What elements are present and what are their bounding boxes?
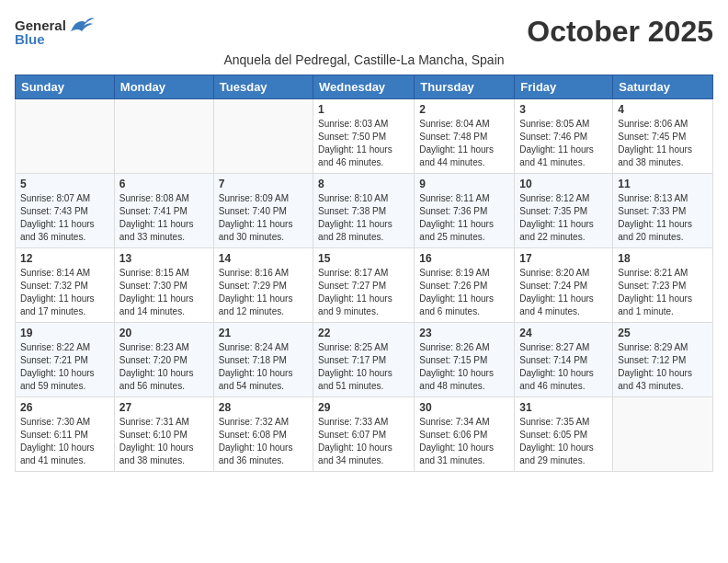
day-info: Sunrise: 8:25 AM Sunset: 7:17 PM Dayligh… bbox=[318, 341, 409, 393]
day-info: Sunrise: 8:04 AM Sunset: 7:48 PM Dayligh… bbox=[419, 118, 509, 169]
month-title: October 2025 bbox=[527, 15, 713, 49]
calendar-cell-2-2: 14Sunrise: 8:16 AM Sunset: 7:29 PM Dayli… bbox=[213, 248, 313, 323]
calendar-week-row-0: 1Sunrise: 8:03 AM Sunset: 7:50 PM Daylig… bbox=[16, 99, 713, 174]
col-sunday: Sunday bbox=[16, 75, 115, 99]
col-saturday: Saturday bbox=[613, 75, 713, 99]
day-info: Sunrise: 8:12 AM Sunset: 7:35 PM Dayligh… bbox=[519, 192, 608, 244]
day-info: Sunrise: 8:29 AM Sunset: 7:12 PM Dayligh… bbox=[618, 341, 708, 393]
logo-bird-icon bbox=[69, 15, 97, 35]
day-info: Sunrise: 8:14 AM Sunset: 7:32 PM Dayligh… bbox=[20, 267, 109, 318]
day-info: Sunrise: 8:16 AM Sunset: 7:29 PM Dayligh… bbox=[219, 267, 308, 318]
calendar-cell-3-1: 20Sunrise: 8:23 AM Sunset: 7:20 PM Dayli… bbox=[114, 323, 213, 397]
day-info: Sunrise: 7:33 AM Sunset: 6:07 PM Dayligh… bbox=[318, 416, 409, 467]
day-number: 26 bbox=[20, 401, 109, 414]
logo: General Blue bbox=[15, 15, 97, 47]
col-thursday: Thursday bbox=[415, 75, 515, 99]
calendar-cell-1-3: 8Sunrise: 8:10 AM Sunset: 7:38 PM Daylig… bbox=[313, 174, 415, 248]
day-number: 7 bbox=[219, 178, 308, 190]
day-number: 5 bbox=[20, 178, 109, 190]
day-info: Sunrise: 7:31 AM Sunset: 6:10 PM Dayligh… bbox=[119, 416, 209, 467]
calendar-week-row-4: 26Sunrise: 7:30 AM Sunset: 6:11 PM Dayli… bbox=[16, 397, 713, 472]
day-info: Sunrise: 8:17 AM Sunset: 7:27 PM Dayligh… bbox=[318, 267, 409, 318]
calendar-body: 1Sunrise: 8:03 AM Sunset: 7:50 PM Daylig… bbox=[16, 99, 713, 472]
day-info: Sunrise: 8:21 AM Sunset: 7:23 PM Dayligh… bbox=[618, 267, 708, 318]
calendar-cell-0-6: 4Sunrise: 8:06 AM Sunset: 7:45 PM Daylig… bbox=[613, 99, 713, 174]
day-number: 9 bbox=[419, 178, 509, 190]
day-number: 4 bbox=[618, 103, 708, 116]
day-number: 12 bbox=[20, 252, 109, 265]
day-number: 24 bbox=[519, 327, 608, 339]
day-number: 27 bbox=[119, 401, 209, 414]
day-number: 23 bbox=[419, 327, 509, 339]
calendar-cell-4-3: 29Sunrise: 7:33 AM Sunset: 6:07 PM Dayli… bbox=[313, 397, 415, 472]
day-info: Sunrise: 8:22 AM Sunset: 7:21 PM Dayligh… bbox=[20, 341, 109, 393]
day-number: 25 bbox=[618, 327, 708, 339]
day-info: Sunrise: 8:23 AM Sunset: 7:20 PM Dayligh… bbox=[119, 341, 209, 393]
logo-blue-text: Blue bbox=[15, 31, 45, 47]
page-container: General Blue October 2025 Anquela del Pe… bbox=[15, 15, 713, 472]
day-info: Sunrise: 8:24 AM Sunset: 7:18 PM Dayligh… bbox=[219, 341, 308, 393]
day-number: 13 bbox=[119, 252, 209, 265]
day-number: 1 bbox=[318, 103, 409, 116]
calendar-cell-2-0: 12Sunrise: 8:14 AM Sunset: 7:32 PM Dayli… bbox=[16, 248, 115, 323]
day-info: Sunrise: 8:15 AM Sunset: 7:30 PM Dayligh… bbox=[119, 267, 209, 318]
calendar-cell-3-3: 22Sunrise: 8:25 AM Sunset: 7:17 PM Dayli… bbox=[313, 323, 415, 397]
day-info: Sunrise: 8:09 AM Sunset: 7:40 PM Dayligh… bbox=[219, 192, 308, 244]
calendar-cell-3-4: 23Sunrise: 8:26 AM Sunset: 7:15 PM Dayli… bbox=[415, 323, 515, 397]
calendar-cell-1-6: 11Sunrise: 8:13 AM Sunset: 7:33 PM Dayli… bbox=[613, 174, 713, 248]
day-number: 14 bbox=[219, 252, 308, 265]
calendar-cell-1-0: 5Sunrise: 8:07 AM Sunset: 7:43 PM Daylig… bbox=[16, 174, 115, 248]
day-info: Sunrise: 7:35 AM Sunset: 6:05 PM Dayligh… bbox=[519, 416, 608, 467]
day-info: Sunrise: 8:11 AM Sunset: 7:36 PM Dayligh… bbox=[419, 192, 509, 244]
location-title: Anquela del Pedregal, Castille-La Mancha… bbox=[15, 52, 713, 67]
calendar-cell-4-0: 26Sunrise: 7:30 AM Sunset: 6:11 PM Dayli… bbox=[16, 397, 115, 472]
day-number: 11 bbox=[618, 178, 708, 190]
day-info: Sunrise: 8:07 AM Sunset: 7:43 PM Dayligh… bbox=[20, 192, 109, 244]
day-info: Sunrise: 8:03 AM Sunset: 7:50 PM Dayligh… bbox=[318, 118, 409, 169]
day-info: Sunrise: 8:05 AM Sunset: 7:46 PM Dayligh… bbox=[519, 118, 608, 169]
day-info: Sunrise: 7:34 AM Sunset: 6:06 PM Dayligh… bbox=[419, 416, 509, 467]
calendar-cell-2-6: 18Sunrise: 8:21 AM Sunset: 7:23 PM Dayli… bbox=[613, 248, 713, 323]
calendar-week-row-1: 5Sunrise: 8:07 AM Sunset: 7:43 PM Daylig… bbox=[16, 174, 713, 248]
day-info: Sunrise: 8:08 AM Sunset: 7:41 PM Dayligh… bbox=[119, 192, 209, 244]
calendar-cell-0-3: 1Sunrise: 8:03 AM Sunset: 7:50 PM Daylig… bbox=[313, 99, 415, 174]
day-number: 8 bbox=[318, 178, 409, 190]
calendar-cell-0-4: 2Sunrise: 8:04 AM Sunset: 7:48 PM Daylig… bbox=[415, 99, 515, 174]
calendar-header-row: Sunday Monday Tuesday Wednesday Thursday… bbox=[16, 75, 713, 99]
day-info: Sunrise: 7:32 AM Sunset: 6:08 PM Dayligh… bbox=[219, 416, 308, 467]
day-number: 19 bbox=[20, 327, 109, 339]
calendar-cell-4-5: 31Sunrise: 7:35 AM Sunset: 6:05 PM Dayli… bbox=[515, 397, 613, 472]
col-tuesday: Tuesday bbox=[213, 75, 313, 99]
calendar-table: Sunday Monday Tuesday Wednesday Thursday… bbox=[15, 75, 713, 472]
calendar-cell-2-5: 17Sunrise: 8:20 AM Sunset: 7:24 PM Dayli… bbox=[515, 248, 613, 323]
calendar-cell-1-2: 7Sunrise: 8:09 AM Sunset: 7:40 PM Daylig… bbox=[213, 174, 313, 248]
calendar-cell-0-1 bbox=[114, 99, 213, 174]
calendar-cell-0-0 bbox=[16, 99, 115, 174]
calendar-cell-4-6 bbox=[613, 397, 713, 472]
day-info: Sunrise: 8:19 AM Sunset: 7:26 PM Dayligh… bbox=[419, 267, 509, 318]
calendar-cell-0-2 bbox=[213, 99, 313, 174]
day-number: 31 bbox=[519, 401, 608, 414]
calendar-cell-1-5: 10Sunrise: 8:12 AM Sunset: 7:35 PM Dayli… bbox=[515, 174, 613, 248]
logo-general-text: General bbox=[15, 17, 66, 33]
calendar-cell-2-4: 16Sunrise: 8:19 AM Sunset: 7:26 PM Dayli… bbox=[415, 248, 515, 323]
calendar-cell-2-1: 13Sunrise: 8:15 AM Sunset: 7:30 PM Dayli… bbox=[114, 248, 213, 323]
day-number: 3 bbox=[519, 103, 608, 116]
calendar-cell-1-1: 6Sunrise: 8:08 AM Sunset: 7:41 PM Daylig… bbox=[114, 174, 213, 248]
day-number: 28 bbox=[219, 401, 308, 414]
day-number: 30 bbox=[419, 401, 509, 414]
day-number: 22 bbox=[318, 327, 409, 339]
day-number: 15 bbox=[318, 252, 409, 265]
day-info: Sunrise: 8:13 AM Sunset: 7:33 PM Dayligh… bbox=[618, 192, 708, 244]
col-friday: Friday bbox=[515, 75, 613, 99]
day-info: Sunrise: 8:27 AM Sunset: 7:14 PM Dayligh… bbox=[519, 341, 608, 393]
calendar-cell-4-2: 28Sunrise: 7:32 AM Sunset: 6:08 PM Dayli… bbox=[213, 397, 313, 472]
col-wednesday: Wednesday bbox=[313, 75, 415, 99]
calendar-cell-1-4: 9Sunrise: 8:11 AM Sunset: 7:36 PM Daylig… bbox=[415, 174, 515, 248]
calendar-cell-2-3: 15Sunrise: 8:17 AM Sunset: 7:27 PM Dayli… bbox=[313, 248, 415, 323]
day-number: 17 bbox=[519, 252, 608, 265]
calendar-week-row-3: 19Sunrise: 8:22 AM Sunset: 7:21 PM Dayli… bbox=[16, 323, 713, 397]
day-info: Sunrise: 7:30 AM Sunset: 6:11 PM Dayligh… bbox=[20, 416, 109, 467]
calendar-cell-3-5: 24Sunrise: 8:27 AM Sunset: 7:14 PM Dayli… bbox=[515, 323, 613, 397]
day-number: 20 bbox=[119, 327, 209, 339]
